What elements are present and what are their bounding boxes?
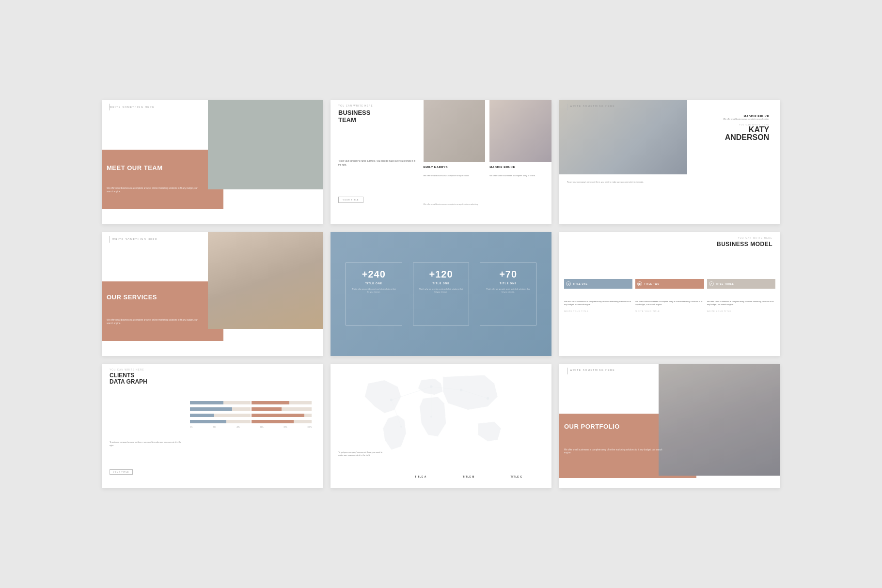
slide-9-write-label: WRITE SOMETHING HERE (570, 369, 615, 371)
tab-label-1: TITLE ONE (573, 283, 588, 285)
map-container (353, 370, 530, 463)
tan-block (102, 150, 223, 209)
col-1: We offer small businesses a complete arr… (564, 300, 632, 313)
tab-icon-1: ⊙ (566, 281, 571, 286)
slide-clients-data: YOU CAN WRITE HERE CLIENTS DATA GRAPH To… (102, 364, 323, 488)
slide-7-your-title: YOUR TITLE (110, 469, 133, 475)
col-1-desc: We offer small businesses a complete arr… (564, 300, 632, 306)
slide-6-top-label: YOU CAN WRITE HERE (738, 237, 772, 239)
bar-bg-tan-3 (252, 414, 312, 417)
katy-photo (559, 100, 687, 174)
bar-bg-tan-4 (252, 420, 312, 423)
bar-bg-3 (190, 414, 250, 417)
axis-20: 20% (213, 426, 216, 428)
slide-stats: +240 TITLE ONE That's why we provide poi… (331, 232, 551, 356)
slide-business-model: YOU CAN WRITE HERE BUSINESS MODEL ⊙ TITL… (559, 232, 780, 356)
map-title-a: TITLE A (415, 475, 426, 478)
tab-title-two: ▦ TITLE TWO (635, 279, 704, 289)
slide-6-cols: We offer small businesses a complete arr… (564, 300, 775, 313)
axis-80: 80% (284, 426, 287, 428)
col-3-write: WRITE YOUR TITLE (707, 310, 775, 313)
slide-world-map: To get your company's name out there, yo… (331, 364, 551, 488)
slide-7-title: CLIENTS DATA GRAPH (110, 372, 147, 385)
divider (567, 368, 567, 374)
slide-9-desc: We offer small businesses a complete arr… (564, 449, 663, 455)
col-2: We offer small businesses a complete arr… (635, 300, 704, 313)
slide-8-desc: To get your company's name out there, yo… (338, 451, 387, 457)
services-photo (208, 232, 323, 329)
world-map-svg (353, 370, 530, 463)
divider (567, 104, 567, 110)
slide-7-top-label: YOU CAN WRITE HERE (110, 369, 144, 371)
bar-blue-2 (190, 407, 232, 411)
slide-2-left-desc: To get your company's name out there, yo… (338, 159, 416, 166)
axis-0: 0% (190, 426, 192, 428)
bar-blue-1 (190, 401, 223, 404)
axis-60: 60% (260, 426, 264, 428)
team-photo (208, 100, 323, 189)
slide-6-tabs: ⊙ TITLE ONE ▦ TITLE TWO ↗ TITLE THREE (564, 279, 775, 289)
tab-title-one: ⊙ TITLE ONE (564, 279, 632, 289)
slide-2-bottom-text: We offer small businesses a complete arr… (424, 203, 545, 206)
bar-row-4 (190, 420, 312, 423)
slide-3-write-label: WRITE SOMETHING HERE (570, 105, 615, 108)
col-3-desc: We offer small businesses a complete arr… (707, 300, 775, 306)
presentation-grid: WRITE SOMETHING HERE MEET OUR TEAM We of… (102, 100, 780, 488)
slide-katy-anderson: WRITE SOMETHING HERE MADDIE BRUKE We off… (559, 100, 780, 224)
bar-blue-3 (190, 414, 214, 417)
bar-bg-tan-2 (252, 407, 312, 411)
slide-3-bottom-desc: To get your company's name out there, yo… (567, 181, 677, 184)
stat-number-1: +240 (351, 269, 396, 280)
slide-1-desc: We offer small businesses a complete arr… (107, 187, 200, 194)
slide-2-top-label: YOU CAN WRITE HERE (338, 105, 373, 107)
bar-tan-3 (252, 414, 304, 417)
col-2-desc: We offer small businesses a complete arr… (635, 300, 704, 306)
bar-bg-4 (190, 420, 250, 423)
bar-blue-4 (190, 420, 226, 423)
stat-label-3: TITLE ONE (485, 282, 531, 285)
slide-2-your-title: YOUR TITLE (338, 197, 363, 203)
maddie-desc: We offer small businesses a complete arr… (721, 118, 769, 121)
photo-overlay (659, 364, 780, 476)
tab-label-3: TITLE THREE (716, 283, 734, 285)
stat-number-2: +120 (418, 269, 464, 280)
person2-photo (489, 100, 551, 162)
col-1-write: WRITE YOUR TITLE (564, 310, 632, 313)
tab-label-2: TITLE TWO (644, 283, 659, 285)
slide-4-top-label: WRITE SOMETHING HERE (112, 238, 158, 241)
slide-6-title: BUSINESS MODEL (717, 241, 772, 248)
slide-4-title: OUR SERVICES (107, 294, 157, 301)
slide-business-team: YOU CAN WRITE HERE BUSINESS TEAM To get … (331, 100, 551, 224)
stat-desc-3: That's why we provide point and click so… (485, 288, 531, 294)
stat-number-3: +70 (485, 269, 531, 280)
slide-4-desc: We offer small businesses a complete arr… (107, 319, 200, 325)
stat-desc-1: That's why we provide point and click so… (351, 288, 396, 294)
map-title-b: TITLE B (463, 475, 475, 478)
slide-our-services: WRITE SOMETHING HERE OUR SERVICES We off… (102, 232, 323, 356)
stats-inner: +240 TITLE ONE That's why we provide poi… (331, 232, 551, 356)
divider (110, 236, 110, 243)
slide-2-title: BUSINESS TEAM (338, 109, 370, 124)
person1-desc: We offer small businesses a complete arr… (424, 174, 481, 177)
slide-1-top-label: WRITE SOMETHING HERE (110, 106, 155, 108)
tab-icon-3: ↗ (709, 281, 714, 286)
person2-desc: We offer small businesses a complete arr… (489, 174, 547, 177)
stat-box-2: +120 TITLE ONE That's why we provide poi… (413, 263, 469, 325)
col-2-write: WRITE YOUR TITLE (635, 310, 704, 313)
bar-bg-2 (190, 407, 250, 411)
slide-3-name-block: MADDIE BRUKE We offer small businesses a… (721, 115, 769, 141)
slide-our-portfolio: WRITE SOMETHING HERE OUR PORTFOLIO We of… (559, 364, 780, 488)
person1-photo (424, 100, 486, 162)
axis-100: 100% (307, 426, 312, 428)
chart-area: 0% 20% 40% 60% 80% 100% (190, 401, 312, 469)
bar-row-3 (190, 414, 312, 417)
map-title-c: TITLE C (511, 475, 523, 478)
person1-name: EMILY HARRYS (424, 166, 448, 169)
bar-row-2 (190, 407, 312, 411)
stat-box-1: +240 TITLE ONE That's why we provide poi… (346, 263, 402, 325)
tan-block (102, 281, 223, 341)
stat-label-2: TITLE ONE (418, 282, 464, 285)
tab-icon-2: ▦ (637, 281, 642, 286)
bar-row-1 (190, 401, 312, 404)
bar-bg-tan-1 (252, 401, 312, 404)
